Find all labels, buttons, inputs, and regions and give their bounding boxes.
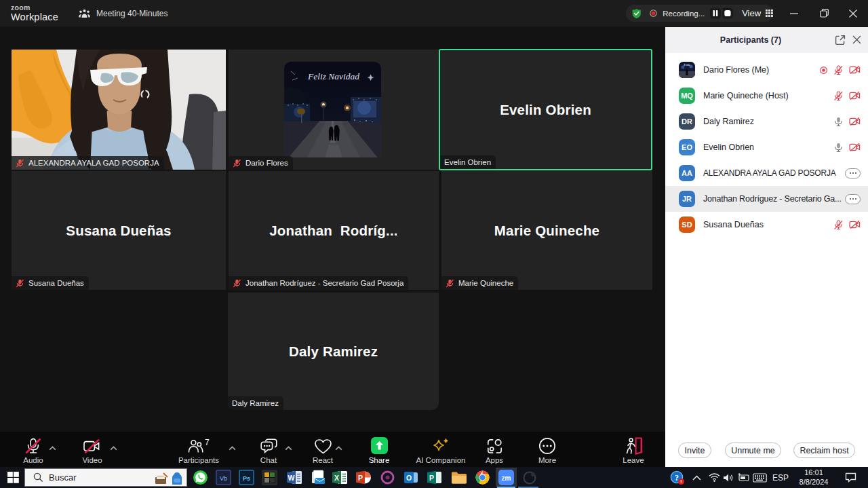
- svg-text:7: 7: [205, 438, 210, 447]
- svg-text:Feliz Navidad: Feliz Navidad: [307, 71, 359, 81]
- svg-text:W: W: [288, 474, 294, 482]
- svg-text:zm: zm: [502, 474, 511, 482]
- svg-text:P: P: [358, 474, 363, 482]
- svg-text:O: O: [406, 474, 412, 482]
- svg-text:X: X: [334, 474, 339, 482]
- svg-text:Ps: Ps: [243, 475, 250, 482]
- svg-text:Vb: Vb: [220, 475, 227, 482]
- svg-text:P: P: [429, 474, 434, 482]
- svg-text:!: !: [680, 479, 682, 484]
- svg-text:Feliz: Feliz: [684, 63, 690, 67]
